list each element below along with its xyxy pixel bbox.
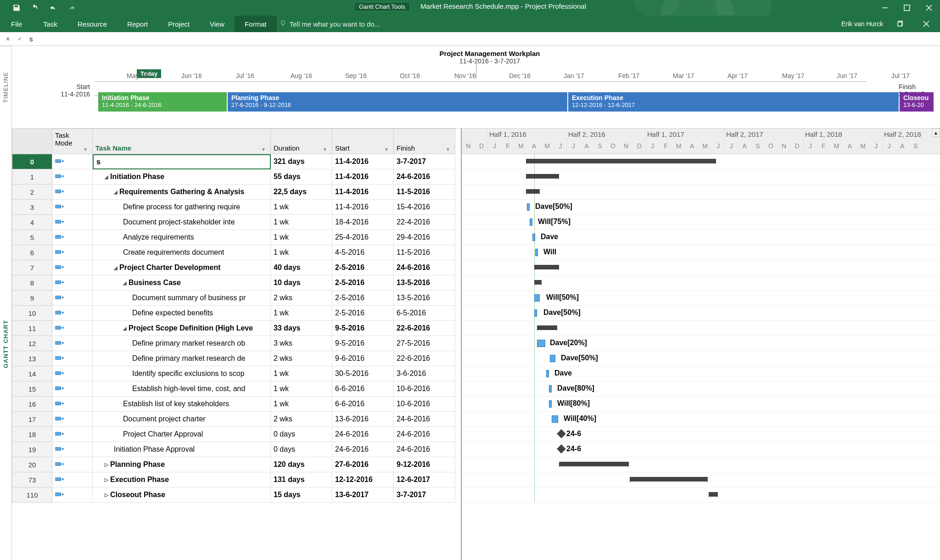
finish-cell[interactable]: 22-6-2016 — [394, 321, 455, 336]
cancel-entry-icon[interactable]: ✕ — [4, 35, 12, 43]
task-mode-cell[interactable] — [52, 200, 93, 215]
row-number[interactable]: 110 — [12, 487, 52, 503]
row-number[interactable]: 7 — [12, 260, 52, 275]
summary-bar[interactable] — [526, 189, 540, 194]
duration-cell[interactable]: 15 days — [271, 487, 332, 503]
start-cell[interactable]: 11-4-2016 — [332, 169, 394, 185]
timeline-phase-bar[interactable]: Execution Phase12-12-2016 - 12-6-2017 — [568, 92, 899, 112]
start-cell[interactable]: 11-4-2016 — [332, 154, 394, 169]
duration-cell[interactable]: 321 days — [271, 154, 332, 169]
finish-cell[interactable]: 12-6-2017 — [394, 472, 455, 487]
task-bar[interactable] — [546, 370, 549, 377]
task-mode-cell[interactable] — [52, 381, 93, 397]
task-bar[interactable] — [550, 355, 555, 362]
row-number[interactable]: 4 — [12, 215, 52, 230]
task-name-cell[interactable]: Establish list of key stakeholders — [93, 397, 271, 412]
timeline-phase-bar[interactable]: Closeou13-6-20 — [900, 92, 934, 112]
task-mode-cell[interactable] — [52, 306, 93, 321]
tell-me-search[interactable]: Tell me what you want to do... — [280, 20, 380, 28]
start-cell[interactable]: 13-6-2016 — [332, 412, 394, 427]
finish-cell[interactable]: 13-5-2016 — [394, 291, 455, 306]
row-number[interactable]: 9 — [12, 291, 52, 306]
duration-cell[interactable]: 0 days — [271, 427, 332, 442]
finish-cell[interactable]: 24-6-2016 — [394, 169, 455, 185]
task-name-cell[interactable]: Define expected benefits — [93, 306, 271, 321]
ribbon-tab-resource[interactable]: Resource — [67, 16, 117, 32]
task-bar[interactable] — [527, 203, 530, 211]
task-mode-cell[interactable] — [52, 442, 93, 457]
finish-cell[interactable]: 6-5-2016 — [394, 306, 455, 321]
task-name-cell[interactable]: Identify specific exclusions to scop — [93, 366, 271, 381]
start-cell[interactable]: 27-6-2016 — [332, 457, 394, 472]
task-name-cell[interactable]: Project Charter Approval — [93, 427, 271, 442]
task-mode-cell[interactable] — [52, 351, 93, 366]
close-pane-icon[interactable] — [916, 16, 936, 32]
finish-cell[interactable]: 3-6-2016 — [394, 366, 455, 381]
save-icon[interactable] — [11, 2, 22, 13]
task-name-header[interactable]: Task Name▼ — [93, 129, 271, 154]
start-cell[interactable]: 9-5-2016 — [332, 336, 394, 351]
row-number[interactable]: 6 — [12, 245, 52, 260]
timeline-phase-bar[interactable]: Initiation Phase11-4-2016 - 24-6-2016 — [98, 92, 227, 112]
duration-cell[interactable]: 1 wk — [271, 230, 332, 245]
milestone-marker[interactable] — [557, 429, 566, 438]
summary-bar[interactable] — [559, 462, 629, 466]
start-cell[interactable]: 18-4-2016 — [332, 215, 394, 230]
file-tab[interactable]: File — [0, 16, 33, 32]
row-number[interactable]: 2 — [12, 185, 52, 200]
row-number[interactable]: 18 — [12, 427, 52, 442]
task-mode-cell[interactable] — [52, 215, 93, 230]
finish-cell[interactable]: 11-5-2016 — [394, 185, 455, 200]
row-number[interactable]: 5 — [12, 230, 52, 245]
task-name-cell[interactable]: ◢Project Charter Development — [93, 260, 271, 275]
task-name-cell[interactable]: s — [93, 154, 271, 169]
start-cell[interactable]: 12-12-2016 — [332, 472, 394, 487]
summary-bar[interactable] — [709, 492, 718, 497]
start-cell[interactable]: 24-6-2016 — [332, 427, 394, 442]
task-mode-cell[interactable] — [52, 427, 93, 442]
finish-cell[interactable]: 27-5-2016 — [394, 336, 455, 351]
start-cell[interactable]: 13-6-2017 — [332, 487, 394, 503]
task-bar[interactable] — [549, 385, 552, 392]
summary-bar[interactable] — [534, 280, 542, 285]
task-bar[interactable] — [549, 400, 552, 408]
finish-cell[interactable]: 3-7-2017 — [394, 154, 455, 169]
duration-cell[interactable]: 2 wks — [271, 412, 332, 427]
summary-bar[interactable] — [534, 265, 559, 269]
task-mode-cell[interactable] — [52, 185, 93, 200]
task-bar[interactable] — [552, 415, 558, 423]
undo-history-icon[interactable] — [48, 2, 59, 13]
start-cell[interactable]: 2-5-2016 — [332, 306, 394, 321]
duration-cell[interactable]: 33 days — [271, 321, 332, 336]
finish-cell[interactable]: 24-6-2016 — [394, 442, 455, 457]
duration-header[interactable]: Duration▼ — [271, 129, 332, 154]
task-mode-cell[interactable] — [52, 291, 93, 306]
finish-cell[interactable]: 22-6-2016 — [394, 351, 455, 366]
finish-cell[interactable]: 24-6-2016 — [394, 260, 455, 275]
gantt-rail-label[interactable]: GANTT CHART — [0, 129, 11, 560]
task-mode-cell[interactable] — [52, 154, 93, 169]
timeline-rail-label[interactable]: TIMELINE — [0, 46, 11, 129]
duration-cell[interactable]: 10 days — [271, 275, 332, 291]
timeline-phase-bar[interactable]: Planning Phase27-6-2016 - 9-12-2016 — [228, 92, 567, 112]
task-name-cell[interactable]: ◢Requirements Gathering & Analysis — [93, 185, 271, 200]
task-name-cell[interactable]: ▷Closeout Phase — [93, 487, 271, 503]
start-cell[interactable]: 11-4-2016 — [332, 185, 394, 200]
accept-entry-icon[interactable]: ✓ — [16, 35, 24, 43]
finish-cell[interactable]: 10-6-2016 — [394, 381, 455, 397]
task-mode-cell[interactable] — [52, 366, 93, 381]
ribbon-tab-task[interactable]: Task — [33, 16, 67, 32]
finish-cell[interactable]: 11-5-2016 — [394, 245, 455, 260]
duration-cell[interactable]: 1 wk — [271, 397, 332, 412]
finish-cell[interactable]: 29-4-2016 — [394, 230, 455, 245]
chart-scroll-up-icon[interactable]: ▲ — [932, 129, 940, 137]
task-mode-header[interactable]: Task Mode▼ — [52, 129, 93, 154]
task-name-cell[interactable]: ◢Project Scope Definition (High Leve — [93, 321, 271, 336]
duration-cell[interactable]: 131 days — [271, 472, 332, 487]
user-name[interactable]: Erik van Hurck — [841, 20, 883, 28]
task-name-cell[interactable]: ▷Execution Phase — [93, 472, 271, 487]
duration-cell[interactable]: 1 wk — [271, 200, 332, 215]
summary-bar[interactable] — [537, 325, 557, 330]
task-mode-cell[interactable] — [52, 412, 93, 427]
task-bar[interactable] — [534, 294, 540, 302]
